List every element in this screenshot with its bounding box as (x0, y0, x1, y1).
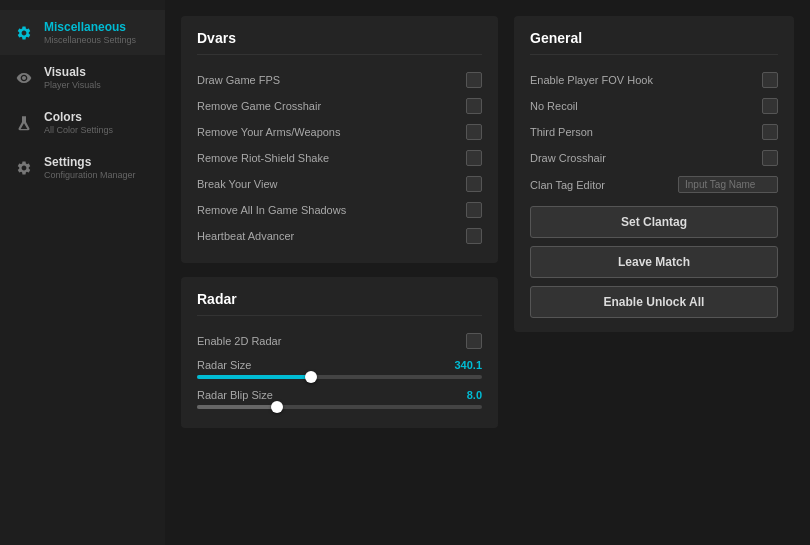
gear-icon (14, 23, 34, 43)
radar-blip-size-label: Radar Blip Size (197, 389, 273, 401)
clan-tag-input[interactable] (678, 176, 778, 193)
sidebar-miscellaneous-label: Miscellaneous (44, 20, 136, 34)
third-person-checkbox[interactable] (762, 124, 778, 140)
no-recoil-label: No Recoil (530, 100, 578, 112)
sidebar-miscellaneous-text: Miscellaneous Miscellaneous Settings (44, 20, 136, 45)
sidebar-miscellaneous-sublabel: Miscellaneous Settings (44, 35, 136, 45)
sidebar-item-visuals[interactable]: Visuals Player Visuals (0, 55, 165, 100)
heartbeat-label: Heartbeat Advancer (197, 230, 294, 242)
draw-game-fps-label: Draw Game FPS (197, 74, 280, 86)
leave-match-button[interactable]: Leave Match (530, 246, 778, 278)
heartbeat-checkbox[interactable] (466, 228, 482, 244)
sidebar-visuals-label: Visuals (44, 65, 101, 79)
setting-remove-shadows: Remove All In Game Shadows (197, 197, 482, 223)
setting-break-view: Break Your View (197, 171, 482, 197)
third-person-row: Third Person (530, 119, 778, 145)
sidebar-visuals-sublabel: Player Visuals (44, 80, 101, 90)
flask-icon (14, 113, 34, 133)
radar-blip-size-thumb[interactable] (271, 401, 283, 413)
draw-crosshair-label: Draw Crosshair (530, 152, 606, 164)
remove-riot-shake-checkbox[interactable] (466, 150, 482, 166)
general-title: General (530, 30, 778, 55)
draw-game-fps-checkbox[interactable] (466, 72, 482, 88)
enable-2d-radar-checkbox[interactable] (466, 333, 482, 349)
radar-size-label: Radar Size (197, 359, 251, 371)
sidebar-settings-sublabel: Configuration Manager (44, 170, 136, 180)
radar-blip-size-value: 8.0 (467, 389, 482, 401)
sidebar-visuals-text: Visuals Player Visuals (44, 65, 101, 90)
sidebar-item-colors[interactable]: Colors All Color Settings (0, 100, 165, 145)
break-view-label: Break Your View (197, 178, 278, 190)
set-clantag-button[interactable]: Set Clantag (530, 206, 778, 238)
dvars-title: Dvars (197, 30, 482, 55)
radar-blip-size-header: Radar Blip Size 8.0 (197, 389, 482, 401)
enable-fov-hook-row: Enable Player FOV Hook (530, 67, 778, 93)
radar-blip-size-fill (197, 405, 277, 409)
enable-fov-hook-label: Enable Player FOV Hook (530, 74, 653, 86)
sidebar-settings-text: Settings Configuration Manager (44, 155, 136, 180)
remove-crosshair-checkbox[interactable] (466, 98, 482, 114)
dvars-section: Dvars Draw Game FPS Remove Game Crosshai… (181, 16, 498, 263)
radar-size-fill (197, 375, 311, 379)
radar-title: Radar (197, 291, 482, 316)
remove-shadows-label: Remove All In Game Shadows (197, 204, 346, 216)
setting-remove-crosshair: Remove Game Crosshair (197, 93, 482, 119)
sidebar-settings-label: Settings (44, 155, 136, 169)
third-person-label: Third Person (530, 126, 593, 138)
sidebar-colors-label: Colors (44, 110, 113, 124)
clan-tag-label: Clan Tag Editor (530, 179, 605, 191)
break-view-checkbox[interactable] (466, 176, 482, 192)
radar-blip-size-row: Radar Blip Size 8.0 (197, 384, 482, 414)
right-panel: General Enable Player FOV Hook No Recoil… (514, 16, 794, 529)
radar-section: Radar Enable 2D Radar Radar Size 340.1 R… (181, 277, 498, 428)
enable-unlock-all-button[interactable]: Enable Unlock All (530, 286, 778, 318)
sidebar-colors-text: Colors All Color Settings (44, 110, 113, 135)
left-panel: Dvars Draw Game FPS Remove Game Crosshai… (181, 16, 498, 529)
settings-gear-icon (14, 158, 34, 178)
no-recoil-row: No Recoil (530, 93, 778, 119)
remove-arms-checkbox[interactable] (466, 124, 482, 140)
setting-heartbeat: Heartbeat Advancer (197, 223, 482, 249)
remove-shadows-checkbox[interactable] (466, 202, 482, 218)
general-section: General Enable Player FOV Hook No Recoil… (514, 16, 794, 332)
sidebar-item-settings[interactable]: Settings Configuration Manager (0, 145, 165, 190)
radar-size-track[interactable] (197, 375, 482, 379)
enable-2d-radar-label: Enable 2D Radar (197, 335, 281, 347)
no-recoil-checkbox[interactable] (762, 98, 778, 114)
setting-remove-arms: Remove Your Arms/Weapons (197, 119, 482, 145)
remove-arms-label: Remove Your Arms/Weapons (197, 126, 340, 138)
setting-draw-game-fps: Draw Game FPS (197, 67, 482, 93)
sidebar-item-miscellaneous[interactable]: Miscellaneous Miscellaneous Settings (0, 10, 165, 55)
radar-size-header: Radar Size 340.1 (197, 359, 482, 371)
sidebar-colors-sublabel: All Color Settings (44, 125, 113, 135)
main-content: Dvars Draw Game FPS Remove Game Crosshai… (165, 0, 810, 545)
radar-size-value: 340.1 (454, 359, 482, 371)
radar-size-thumb[interactable] (305, 371, 317, 383)
setting-remove-riot-shake: Remove Riot-Shield Shake (197, 145, 482, 171)
enable-2d-radar-row: Enable 2D Radar (197, 328, 482, 354)
remove-crosshair-label: Remove Game Crosshair (197, 100, 321, 112)
draw-crosshair-checkbox[interactable] (762, 150, 778, 166)
remove-riot-shake-label: Remove Riot-Shield Shake (197, 152, 329, 164)
radar-blip-size-track[interactable] (197, 405, 482, 409)
radar-size-row: Radar Size 340.1 (197, 354, 482, 384)
enable-fov-hook-checkbox[interactable] (762, 72, 778, 88)
clan-tag-row: Clan Tag Editor (530, 171, 778, 198)
eye-icon (14, 68, 34, 88)
sidebar: Miscellaneous Miscellaneous Settings Vis… (0, 0, 165, 545)
draw-crosshair-row: Draw Crosshair (530, 145, 778, 171)
